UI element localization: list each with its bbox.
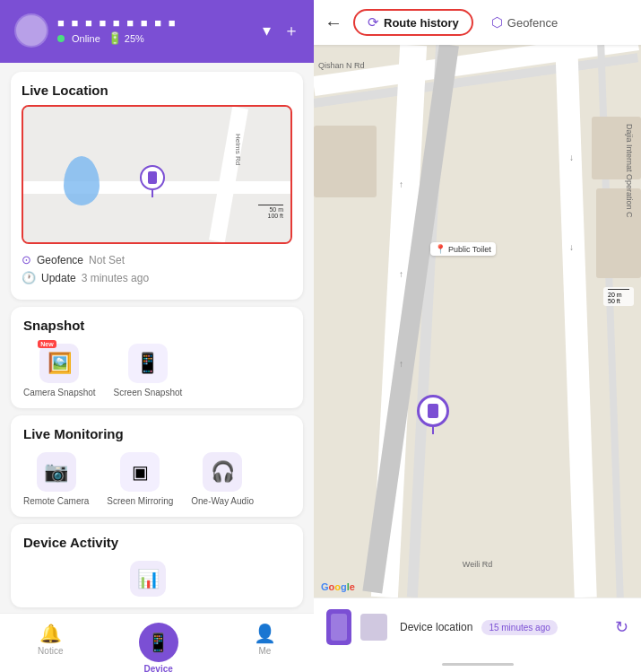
camera-snapshot-icon: 🖼️ xyxy=(48,352,72,375)
info-card: Device location 15 minutes ago ↻ xyxy=(314,598,641,656)
arrow-up-3: ↑ xyxy=(399,359,403,369)
remote-camera-icon: 📷 xyxy=(44,460,68,484)
battery: 🔋 25% xyxy=(108,31,144,45)
one-way-audio-icon: 🎧 xyxy=(211,460,235,484)
update-icon: 🕐 xyxy=(22,271,36,284)
status-dot xyxy=(57,35,65,42)
route-history-icon: ⟳ xyxy=(368,14,379,31)
monitoring-grid: 📷 Remote Camera ▣ Screen Mirroring 🎧 One… xyxy=(23,452,290,506)
update-value: 3 minutes ago xyxy=(82,272,149,284)
geofence-icon: ⊙ xyxy=(22,253,31,266)
qishan-road xyxy=(314,45,639,96)
activity-chart-icon-box: 📊 xyxy=(130,561,166,597)
map-area[interactable]: Qishan N Rd Dajia Internat Operation C ↑… xyxy=(314,45,641,598)
map-bg: Helms Rd 50 m 100 ft xyxy=(23,107,290,242)
notice-icon: 🔔 xyxy=(39,623,62,644)
device-pin xyxy=(140,165,165,197)
scale-line xyxy=(258,205,283,205)
arrow-down-2: ↓ xyxy=(569,242,574,252)
nav-me[interactable]: 👤 Me xyxy=(245,621,285,672)
arrow-up-1: ↑ xyxy=(399,179,403,189)
screen-mirroring-icon-box: ▣ xyxy=(120,452,160,492)
screen-mirroring-item[interactable]: ▣ Screen Mirroring xyxy=(107,452,173,506)
map-bottom-bar xyxy=(23,242,290,244)
snapshot-section: Snapshot 🖼️ New Camera Snapshot 📱 Screen… xyxy=(11,307,303,408)
map-scale: 50 m 100 ft xyxy=(258,205,283,219)
me-label: Me xyxy=(258,646,271,656)
screen-snapshot-icon-box: 📱 xyxy=(128,344,168,383)
camera-snapshot-item[interactable]: 🖼️ New Camera Snapshot xyxy=(23,344,96,397)
gmap-background: Qishan N Rd Dajia Internat Operation C ↑… xyxy=(314,45,641,598)
location-pin xyxy=(417,395,449,434)
remote-camera-item[interactable]: 📷 Remote Camera xyxy=(23,452,89,506)
bottom-indicator xyxy=(314,656,641,672)
live-monitoring-title: Live Monitoring xyxy=(23,426,290,441)
building-block-2 xyxy=(596,188,641,278)
one-way-audio-label: One-Way Audio xyxy=(191,496,254,506)
status-text: Online xyxy=(72,33,100,44)
nav-notice[interactable]: 🔔 Notice xyxy=(29,621,72,672)
screen-mirroring-icon: ▣ xyxy=(132,461,149,483)
weili-road-label: Weili Rd xyxy=(463,560,492,569)
device-thumbnail xyxy=(326,609,351,645)
back-button[interactable]: ← xyxy=(325,13,346,33)
live-location-map[interactable]: Helms Rd 50 m 100 ft xyxy=(22,105,292,244)
time-badge: 15 minutes ago xyxy=(481,620,557,635)
snapshot-title: Snapshot xyxy=(23,318,290,333)
road-label: Helms Rd xyxy=(234,134,242,165)
screen-snapshot-item[interactable]: 📱 Screen Snapshot xyxy=(114,344,183,397)
device-info: ■ ■ ■ ■ ■ ■ ■ ■ ■ Online 🔋 25% xyxy=(57,16,178,45)
building-block-3 xyxy=(314,126,377,197)
app-header: ■ ■ ■ ■ ■ ■ ■ ■ ■ Online 🔋 25% ▾ ＋ xyxy=(0,0,314,63)
add-icon[interactable]: ＋ xyxy=(283,20,299,41)
arrow-down-1: ↓ xyxy=(569,153,574,162)
qishan-road-label: Qishan N Rd xyxy=(318,61,365,70)
route-history-tab[interactable]: ⟳ Route history xyxy=(353,9,473,36)
screen-mirroring-label: Screen Mirroring xyxy=(107,496,173,506)
snapshot-grid: 🖼️ New Camera Snapshot 📱 Screen Snapshot xyxy=(23,344,290,397)
geofence-value: Not Set xyxy=(89,254,125,266)
scale-20m: 20 m xyxy=(608,292,622,298)
device-icon: 📱 xyxy=(139,623,178,662)
geofence-tab-icon: ⬡ xyxy=(491,14,503,31)
card-footer: ⊙ Geofence Not Set 🕐 Update 3 minutes ag… xyxy=(22,253,292,284)
bottom-nav: 🔔 Notice 📱 Device 👤 Me xyxy=(0,613,314,672)
pin-inner xyxy=(148,171,157,184)
update-label: Update xyxy=(41,272,76,284)
remote-camera-label: Remote Camera xyxy=(23,496,89,506)
dropdown-icon[interactable]: ▾ xyxy=(263,21,271,40)
live-location-title: Live Location xyxy=(22,83,292,98)
home-indicator xyxy=(442,663,514,666)
device-activity-title: Device Activity xyxy=(23,535,290,550)
activity-chart-item[interactable]: 📊 xyxy=(130,561,166,597)
battery-icon: 🔋 xyxy=(108,31,122,45)
pin-stem xyxy=(432,427,434,434)
location-label: Device location xyxy=(400,621,472,633)
one-way-audio-icon-box: 🎧 xyxy=(203,452,242,492)
scale-50ft: 50 ft xyxy=(608,298,620,304)
poi-public-toilet: 📍 Public Toilet xyxy=(430,242,496,256)
geofence-row: ⊙ Geofence Not Set xyxy=(22,253,292,266)
device-thumb-inner xyxy=(331,614,347,641)
device-activity-section: Device Activity 📊 xyxy=(11,524,303,607)
nav-device[interactable]: 📱 Device xyxy=(130,621,187,672)
notice-label: Notice xyxy=(38,646,63,656)
camera-snapshot-label: Camera Snapshot xyxy=(23,388,96,397)
scale-100ft: 100 ft xyxy=(267,213,283,219)
activity-icons: 📊 xyxy=(23,561,290,600)
left-panel: ■ ■ ■ ■ ■ ■ ■ ■ ■ Online 🔋 25% ▾ ＋ Live … xyxy=(0,0,314,672)
poi-icon: 📍 xyxy=(435,244,446,254)
map-header: ← ⟳ Route history ⬡ Geofence xyxy=(314,0,641,45)
device-icon-inner: 📱 xyxy=(147,632,169,653)
right-panel: ← ⟳ Route history ⬡ Geofence Qishan N Rd xyxy=(314,0,641,672)
refresh-button[interactable]: ↻ xyxy=(615,617,628,637)
avatar xyxy=(14,13,48,48)
one-way-audio-item[interactable]: 🎧 One-Way Audio xyxy=(191,452,254,506)
map-road-vertical xyxy=(209,107,248,243)
geofence-label: Geofence xyxy=(37,254,83,266)
camera-snapshot-icon-box: 🖼️ New xyxy=(39,344,79,383)
geofence-tab[interactable]: ⬡ Geofence xyxy=(481,11,568,34)
remote-camera-icon-box: 📷 xyxy=(37,452,76,492)
screen-snapshot-label: Screen Snapshot xyxy=(114,388,183,397)
header-left: ■ ■ ■ ■ ■ ■ ■ ■ ■ Online 🔋 25% xyxy=(14,13,178,48)
